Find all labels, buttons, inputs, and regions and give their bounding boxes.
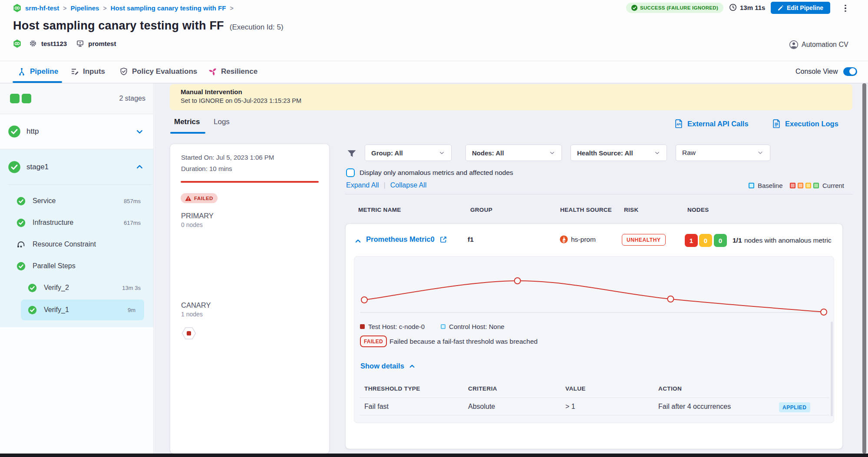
metric-group-value: f1 (468, 236, 474, 243)
canary-node-count: 1 nodes (181, 311, 203, 318)
control-host-swatch (441, 324, 446, 329)
primary-node-count: 0 nodes (181, 221, 203, 228)
service-ref-label[interactable]: promtest (88, 40, 116, 47)
breadcrumb-pipelines[interactable]: Pipelines (71, 4, 99, 12)
agent-icon (76, 39, 84, 48)
primary-label: PRIMARY (181, 212, 214, 220)
metric-detail-panel: Test Host: c-node-0 Control Host: None F… (354, 256, 834, 423)
pipeline-icon (17, 67, 26, 76)
page-scrollbar[interactable] (862, 83, 866, 454)
expand-all-link[interactable]: Expand All (346, 181, 379, 189)
col-header-threshold-type: THRESHOLD TYPE (364, 385, 420, 392)
tab-resilience[interactable]: Resilience (209, 61, 257, 82)
current-yellow-swatch (805, 183, 811, 188)
check-circle-icon (8, 161, 21, 174)
col-header-action: ACTION (658, 385, 682, 392)
filter-funnel-icon[interactable] (347, 150, 356, 158)
divider (8, 184, 152, 185)
active-subtab-underline (170, 132, 205, 134)
tab-metrics[interactable]: Metrics (174, 118, 200, 126)
stage1-section: stage1 Service 857ms Infrastructure 617m… (0, 149, 153, 327)
resilience-icon (209, 67, 217, 76)
chevron-down-icon (549, 150, 555, 156)
check-circle-icon (17, 218, 26, 227)
tab-pipeline[interactable]: Pipeline (17, 61, 58, 82)
current-orange-swatch (798, 183, 803, 188)
verification-summary-card: Started On: Jul 5, 2023 1:06 PM Duration… (170, 144, 329, 454)
breadcrumb-project[interactable]: srm-hf-test (25, 4, 59, 12)
console-view-toggle[interactable] (843, 67, 857, 76)
user-menu[interactable]: Automation CV (789, 40, 848, 49)
check-circle-icon (28, 283, 37, 293)
step-row-parallel-steps[interactable]: Parallel Steps (0, 255, 153, 277)
external-link-icon[interactable] (439, 236, 447, 243)
check-circle-icon (17, 197, 26, 206)
edit-pipeline-button[interactable]: Edit Pipeline (771, 2, 830, 14)
status-badge: SUCCESS (FAILURE IGNORED) (626, 3, 723, 13)
applied-badge: APPLIED (779, 402, 810, 412)
col-header-metric-name: METRIC NAME (358, 207, 401, 213)
gear-icon[interactable] (29, 39, 37, 48)
pipeline-meta: test1123 promtest (13, 39, 121, 48)
test-host-label: Test Host: c-node-0 (368, 323, 425, 330)
avatar-icon (789, 40, 798, 49)
external-api-calls-link[interactable]: API External API Calls (674, 119, 749, 128)
chevron-up-icon (409, 363, 416, 370)
stage-status-square (10, 94, 20, 103)
step-duration: 13m 3s (122, 285, 141, 291)
check-circle-icon (28, 306, 37, 315)
chevron-down-icon (439, 150, 445, 156)
progress-bar-failed (181, 181, 319, 183)
chevron-down-icon[interactable] (135, 128, 144, 136)
execution-id: (Execution Id: 5) (230, 23, 284, 32)
tab-inputs[interactable]: Inputs (70, 61, 105, 82)
risk-badge-unhealthy: UNHEALTHY (622, 234, 666, 246)
group-filter-dropdown[interactable]: Group: All (365, 145, 452, 161)
stage-row-http[interactable]: http (0, 114, 153, 149)
pipeline-ref-label[interactable]: test1123 (41, 40, 67, 47)
verification-duration: Duration: 10 mins (181, 165, 232, 172)
collapse-all-link[interactable]: Collapse All (390, 181, 427, 189)
step-row-infrastructure[interactable]: Infrastructure 617ms (0, 212, 153, 233)
anomalous-metrics-checkbox[interactable] (346, 168, 355, 177)
queue-icon (17, 240, 26, 249)
stage-label: http (26, 127, 39, 136)
col-header-risk: RISK (624, 207, 638, 213)
step-row-verify-1-selected[interactable]: Verify_1 9m (21, 299, 144, 320)
metric-line-chart (354, 256, 835, 322)
canary-node-hexagon[interactable] (182, 326, 196, 341)
execution-logs-link[interactable]: Execution Logs (772, 119, 838, 128)
canary-label: CANARY (181, 301, 211, 309)
tab-policy-evaluations[interactable]: Policy Evaluations (119, 61, 197, 82)
console-main: Manual Intervention Set to IGNORE on 05-… (154, 83, 868, 454)
panel-scrollbar[interactable] (831, 322, 833, 416)
stage-row-stage1[interactable]: stage1 (0, 149, 153, 184)
analysis-failure-reason: Failed because a fail-fast threshold was… (389, 338, 538, 345)
banner-subtitle: Set to IGNORE on 05-Jul-2023 1:15:23 PM (181, 97, 842, 104)
more-options-icon[interactable] (842, 3, 848, 14)
current-green-swatch (813, 183, 819, 188)
show-details-link[interactable]: Show details (360, 362, 416, 370)
health-source-filter-dropdown[interactable]: Health Source: All (571, 145, 667, 161)
step-duration: 9m (128, 307, 135, 313)
step-row-resource-constraint[interactable]: Resource Constraint (0, 233, 153, 255)
breadcrumb-pipeline-name[interactable]: Host sampling canary testing with FF (111, 4, 226, 12)
step-row-verify-2[interactable]: Verify_2 13m 3s (0, 277, 153, 299)
view-mode-select[interactable]: Raw (676, 145, 770, 161)
test-host-swatch (360, 324, 365, 329)
metric-name-link[interactable]: Prometheus Metric0 (366, 235, 435, 243)
nodes-filter-dropdown[interactable]: Nodes: All (465, 145, 562, 161)
divider (360, 398, 829, 398)
warning-triangle-icon (185, 195, 191, 201)
api-doc-icon: API (674, 119, 683, 128)
step-row-service[interactable]: Service 857ms (0, 190, 153, 212)
collapse-row-chevron-icon[interactable] (354, 237, 362, 245)
tab-logs[interactable]: Logs (214, 118, 230, 126)
page-header: srm-hf-test > Pipelines > Host sampling … (0, 0, 868, 61)
chevron-up-icon[interactable] (135, 163, 144, 171)
main-tabbar: Pipeline Inputs Policy Evaluations Resil… (0, 61, 868, 83)
console-view-label: Console View (795, 68, 838, 76)
execution-duration: 13m 11s (729, 3, 765, 11)
metric-row-card: Prometheus Metric0 f1 hs-prom UNHEALTHY … (346, 224, 842, 449)
col-header-group: GROUP (470, 207, 492, 213)
